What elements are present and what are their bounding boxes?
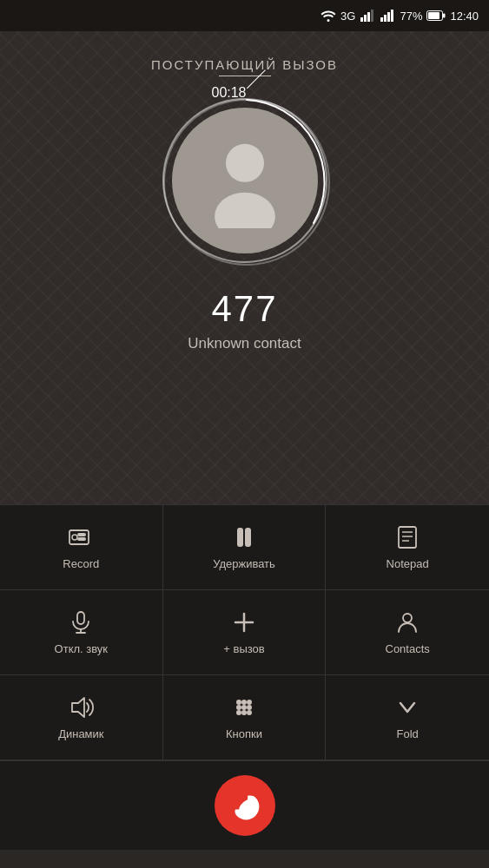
- hold-button[interactable]: Удерживать: [163, 505, 327, 590]
- svg-rect-19: [246, 529, 250, 546]
- svg-rect-10: [443, 14, 446, 18]
- signal-icon: [360, 10, 375, 22]
- contacts-label: Contacts: [386, 642, 430, 655]
- mic-icon: [68, 609, 94, 635]
- record-label: Record: [63, 557, 99, 570]
- svg-rect-3: [371, 10, 373, 22]
- hold-label: Удерживать: [213, 557, 275, 570]
- svg-point-35: [242, 706, 246, 709]
- svg-rect-24: [77, 612, 84, 624]
- battery-icon: [426, 10, 446, 21]
- call-area: ПОСТУПАЮЩИЙ ВЫЗОВ 00:18 477 Unknown cont…: [0, 31, 489, 504]
- notepad-icon: [394, 524, 420, 550]
- svg-rect-7: [391, 10, 393, 22]
- svg-point-32: [242, 700, 246, 704]
- time-display: 12:40: [450, 10, 479, 23]
- wifi-icon: [320, 10, 336, 22]
- svg-rect-18: [238, 529, 242, 546]
- network-3g-label: 3G: [340, 10, 355, 23]
- battery-percent: 77%: [400, 10, 422, 23]
- notepad-button[interactable]: Notepad: [326, 505, 489, 590]
- svg-point-37: [237, 711, 241, 714]
- caller-name: Unknown contact: [188, 335, 301, 352]
- keypad-button[interactable]: Кнопки: [163, 675, 327, 760]
- record-icon: [68, 524, 94, 550]
- svg-rect-2: [367, 12, 370, 22]
- svg-point-29: [403, 614, 412, 622]
- chevron-down-icon: [394, 694, 420, 720]
- add-call-button[interactable]: + вызов: [163, 590, 327, 675]
- add-call-label: + вызов: [223, 642, 264, 655]
- fold-button[interactable]: Fold: [326, 675, 489, 760]
- svg-rect-6: [387, 12, 390, 22]
- record-button[interactable]: Record: [0, 505, 163, 590]
- svg-rect-1: [364, 15, 367, 22]
- plus-icon: [231, 609, 257, 635]
- caller-number: 477: [211, 288, 277, 330]
- svg-rect-16: [78, 534, 85, 536]
- controls-area: Record Удерживать Notepad: [0, 504, 489, 850]
- contacts-button[interactable]: Contacts: [326, 590, 489, 675]
- svg-point-38: [242, 711, 246, 714]
- end-call-area: [0, 760, 489, 850]
- svg-point-33: [248, 700, 251, 704]
- speaker-label: Динамик: [58, 727, 103, 740]
- status-bar: 3G 77% 12:40: [0, 0, 489, 31]
- keypad-label: Кнопки: [226, 727, 262, 740]
- svg-rect-4: [380, 17, 383, 22]
- svg-rect-20: [399, 527, 416, 548]
- svg-rect-17: [78, 538, 85, 540]
- speaker-button[interactable]: Динамик: [0, 675, 163, 760]
- svg-point-39: [248, 711, 251, 714]
- svg-marker-30: [72, 698, 84, 717]
- svg-point-31: [237, 700, 241, 704]
- speaker-icon: [68, 694, 94, 720]
- svg-point-36: [248, 706, 251, 709]
- svg-rect-5: [384, 15, 387, 22]
- incoming-label: ПОСТУПАЮЩИЙ ВЫЗОВ: [151, 57, 338, 72]
- controls-grid: Record Удерживать Notepad: [0, 504, 489, 760]
- fold-label: Fold: [397, 727, 419, 740]
- mute-button[interactable]: Откл. звук: [0, 590, 163, 675]
- incoming-underline: [219, 76, 271, 76]
- svg-rect-0: [360, 17, 363, 22]
- svg-point-15: [72, 535, 77, 540]
- avatar-ring: [162, 98, 327, 263]
- end-call-button[interactable]: [215, 775, 275, 836]
- person-icon: [394, 609, 420, 635]
- svg-rect-9: [428, 12, 439, 19]
- arc-indicator: [162, 97, 332, 267]
- keypad-icon: [231, 694, 257, 720]
- status-icons: 3G 77% 12:40: [320, 10, 479, 23]
- end-call-icon: [229, 790, 261, 821]
- timer-container: 00:18: [158, 94, 332, 267]
- pause-icon: [231, 524, 257, 550]
- notepad-label: Notepad: [387, 557, 429, 570]
- svg-point-11: [164, 100, 329, 265]
- mute-label: Откл. звук: [55, 642, 108, 655]
- signal2-icon: [380, 10, 395, 22]
- svg-point-34: [237, 706, 241, 709]
